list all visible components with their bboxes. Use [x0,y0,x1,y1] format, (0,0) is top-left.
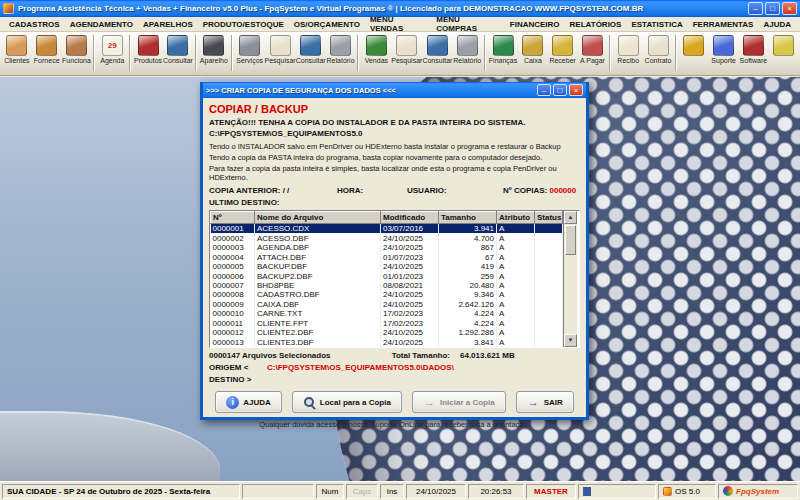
search-icon [396,35,417,56]
toolbar-button-caixa[interactable]: Caixa [518,34,548,65]
close-button[interactable]: × [782,2,797,15]
column-header[interactable]: Nº [211,212,255,224]
table-row[interactable]: 0000013CLIENTE3.DBF24/10/20253.841A [211,337,563,347]
toolbar-separator [93,35,95,71]
menu-item-ajuda[interactable]: AJUDA [758,20,796,29]
table-row[interactable]: 0000002ACESSO.DBF24/10/20254.700A [211,233,563,242]
toolbar-button-produtos[interactable]: Produtos [133,34,163,65]
toolbar-button-sair-app[interactable] [768,34,798,58]
toolbar-button-contrato[interactable]: Contrato [643,34,673,65]
local-copia-button[interactable]: Local para a Copia [292,391,402,413]
toolbar-button-recibo[interactable]: Recibo [613,34,643,65]
table-cell: 2.642.126 [439,300,497,309]
toolbar-button-relatorio-vendas[interactable]: Relatório [452,34,482,65]
toolbar-label: Contrato [645,57,672,64]
toolbar-button-consultar-vendas[interactable]: Consultar [422,34,452,65]
toolbar-button-fornece[interactable]: Fornece [32,34,62,65]
column-header[interactable]: Tamanho [439,212,497,224]
toolbar-button-agenda[interactable]: 29Agenda [97,34,127,65]
clients-icon [6,35,27,56]
dialog-close-button[interactable]: × [569,84,583,96]
copia-anterior-value: / / [283,186,290,195]
menu-item-financeiro[interactable]: FINANCEIRO [505,20,565,29]
maximize-button[interactable]: □ [765,2,780,15]
start-copy-arrow-icon: → [423,396,436,409]
os-version-icon [663,487,672,496]
toolbar-button-software[interactable]: Software [739,34,769,65]
toolbar-button-consultar-servicos[interactable]: Consultar [296,34,326,65]
table-row[interactable]: 0000007BHD8PBE08/08/202120.480A [211,281,563,290]
table-row[interactable]: 0000008CADASTRO.DBF24/10/20259.346A [211,290,563,299]
table-scrollbar[interactable]: ▲ ▼ [563,211,577,347]
toolbar-separator [231,35,233,71]
toolbar-button-moedas[interactable] [679,34,709,58]
menu-item-estatistica[interactable]: ESTATISTICA [626,20,687,29]
toolbar-label: Fornece [34,57,60,64]
table-row[interactable]: 0000009CAIXA.DBF24/10/20252.642.126A [211,300,563,309]
column-header[interactable]: Atributo [497,212,535,224]
calendar-icon: 29 [102,35,123,56]
toolbar-button-consultar-produtos[interactable]: Consultar [163,34,193,65]
toolbar-button-vendas[interactable]: Vendas [361,34,391,65]
table-cell: 0000006 [211,271,255,280]
scroll-up-icon[interactable]: ▲ [564,211,577,224]
coins-icon [683,35,704,56]
toolbar-label: Recibo [617,57,639,64]
toolbar-button-a-pagar[interactable]: A Pagar [578,34,608,65]
dialog-maximize-button[interactable]: □ [553,84,567,96]
table-cell: A [497,337,535,347]
minimize-button[interactable]: – [748,2,763,15]
table-cell: 0000012 [211,328,255,337]
toolbar-button-funciona[interactable]: Funciona [62,34,92,65]
toolbar-button-receber[interactable]: Receber [548,34,578,65]
toolbar-button-suporte[interactable]: Suporte [709,34,739,65]
monitor-icon [427,35,448,56]
origem-path: C:\FPQSYSTEM\OS_EQUIPAMENTOS5.0\DADOS\ [267,363,454,372]
table-row[interactable]: 0000005BACKUP.DBF24/10/2025419A [211,262,563,271]
column-header[interactable]: Nome do Arquivo [255,212,381,224]
table-row[interactable]: 0000004ATTACH.DBF01/07/202367A [211,252,563,261]
dialog-minimize-button[interactable]: – [537,84,551,96]
sair-button[interactable]: →SAIR [516,391,574,413]
table-cell: BACKUP2.DBF [255,271,381,280]
table-row[interactable]: 0000011CLIENTE.FPT17/02/20234.224A [211,319,563,328]
menu-item-menu-compras[interactable]: MENU COMPRAS [431,15,505,33]
menu-item-os-or-amento[interactable]: OS/ORÇAMENTO [289,20,365,29]
table-row[interactable]: 0000001ACESSO.CDX03/07/20163.941A [211,224,563,234]
toolbar-button-financas[interactable]: Finanças [488,34,518,65]
statusbar-location: SUA CIDADE - SP 24 de Outubro de 2025 - … [2,484,240,499]
menu-item-agendamento[interactable]: AGENDAMENTO [65,20,138,29]
toolbar-label: Finanças [489,57,517,64]
toolbar-button-aparelho[interactable]: Aparelho [199,34,229,65]
toolbar-button-relatorio-servicos[interactable]: Relatório [326,34,356,65]
table-row[interactable]: 0000010CARNE.TXT17/02/20234.224A [211,309,563,318]
dialog-titlebar[interactable]: >>> CRIAR COPIA DE SEGURANÇA DOS DADOS <… [203,82,586,98]
toolbar-button-clientes[interactable]: Clientes [2,34,32,65]
menu-item-aparelhos[interactable]: APARELHOS [138,20,198,29]
column-header[interactable]: Status [535,212,563,224]
table-cell: 0000008 [211,290,255,299]
table-row[interactable]: 0000006BACKUP2.DBF01/01/2023259A [211,271,563,280]
menu-item-menu-vendas[interactable]: MENU VENDAS [365,15,431,33]
menu-item-relat-rios[interactable]: RELATÓRIOS [565,20,627,29]
table-row[interactable]: 0000003AGENDA.DBF24/10/2025867A [211,243,563,252]
table-cell: 4.224 [439,309,497,318]
scroll-down-icon[interactable]: ▼ [564,334,577,347]
table-cell: CLIENTE2.DBF [255,328,381,337]
receive-money-icon [552,35,573,56]
menu-item-ferramentas[interactable]: FERRAMENTAS [688,20,759,29]
toolbar-button-pesquisar-servicos[interactable]: Pesquisar [265,34,296,65]
column-header[interactable]: Modificado [381,212,439,224]
toolbar-button-pesquisar-vendas[interactable]: Pesquisar [391,34,422,65]
total-size-label: Total Tamanho: [392,351,450,360]
menu-item-cadastros[interactable]: CADASTROS [4,20,65,29]
num-copias-value: 000000 [550,186,577,195]
scroll-thumb[interactable] [565,225,576,255]
wallpaper-structure [0,411,220,481]
ajuda-button[interactable]: iAJUDA [215,391,282,413]
table-row[interactable]: 0000012CLIENTE2.DBF24/10/20251.292.286A [211,328,563,337]
iniciar-copia-button[interactable]: →Iniciar a Copia [412,391,506,413]
toolbar-button-servicos[interactable]: Serviços [235,34,265,65]
menu-item-produto-estoque[interactable]: PRODUTO/ESTOQUE [198,20,289,29]
table-cell: 259 [439,271,497,280]
